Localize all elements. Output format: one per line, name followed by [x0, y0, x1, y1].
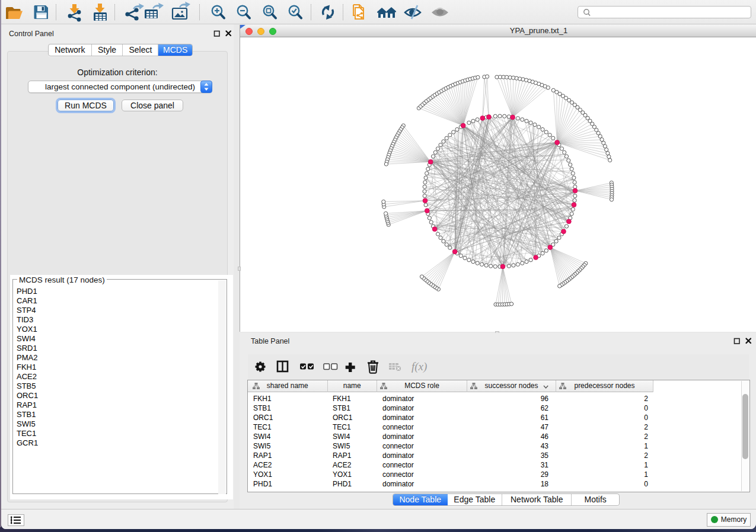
- svg-text:f(x): f(x): [412, 360, 427, 373]
